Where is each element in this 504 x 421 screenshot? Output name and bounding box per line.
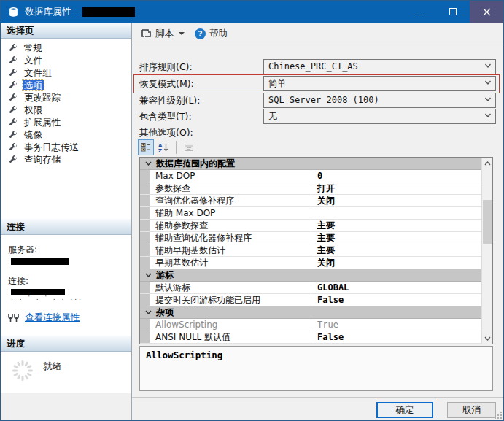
toolbar-separator bbox=[176, 141, 177, 154]
grid-property-row[interactable]: 辅助早期基数估计主要 bbox=[140, 244, 481, 257]
collapse-chevron-icon[interactable] bbox=[140, 158, 156, 169]
sidebar-item-9[interactable]: 查询存储 bbox=[1, 153, 131, 166]
scrollbar-thumb[interactable] bbox=[483, 200, 492, 244]
database-icon bbox=[8, 7, 19, 18]
sidebar-item-6[interactable]: 扩展属性 bbox=[1, 116, 131, 128]
alphabetical-sort-button[interactable]: AZ bbox=[155, 139, 171, 155]
cancel-button[interactable]: 取消 bbox=[447, 402, 496, 418]
window-title: 数据库属性 - bbox=[25, 6, 78, 18]
database-properties-dialog: 数据库属性 - 选择页 常规文件文件组选项更改跟踪权限扩展属性镜像事务日志传送查… bbox=[0, 0, 504, 421]
script-button[interactable]: 脚本 bbox=[138, 26, 192, 42]
grid-property-row[interactable]: 默认游标GLOBAL bbox=[140, 282, 481, 294]
help-label: 帮助 bbox=[209, 28, 228, 40]
grid-property-label: 提交时关闭游标功能已启用 bbox=[150, 294, 311, 306]
property-grid: 数据库范围内的配置Max DOP0参数探查打开查询优化器修补程序关闭辅助 Max… bbox=[139, 157, 493, 344]
view-connection-properties-link[interactable]: 查看连接属性 bbox=[25, 312, 80, 324]
grid-property-row[interactable]: 早期基数估计关闭 bbox=[140, 257, 481, 269]
grid-property-label: ANSI NULL 默认值 bbox=[150, 331, 311, 343]
grid-property-row[interactable]: 提交时关闭游标功能已启用False bbox=[140, 294, 481, 306]
grid-property-value[interactable]: 0 bbox=[311, 170, 481, 182]
redacted-server-name bbox=[11, 258, 69, 265]
grid-property-value[interactable]: 主要 bbox=[311, 220, 481, 231]
grid-property-label: Max DOP bbox=[150, 170, 311, 182]
page-tree: 常规文件文件组选项更改跟踪权限扩展属性镜像事务日志传送查询存储 bbox=[1, 39, 131, 219]
sidebar-item-label: 查询存储 bbox=[23, 154, 62, 165]
property-description-text: AllowScripting bbox=[146, 349, 222, 360]
sidebar-item-label: 文件 bbox=[23, 55, 44, 66]
minimize-icon bbox=[416, 12, 424, 12]
compatibility-level-label: 兼容性级别(L): bbox=[139, 95, 200, 107]
grid-property-label: 早期基数估计 bbox=[150, 257, 311, 269]
grid-property-value[interactable]: 关闭 bbox=[311, 257, 481, 269]
grid-property-row[interactable]: 辅助查询优化器修补程序主要 bbox=[140, 232, 481, 244]
select-page-header: 选择页 bbox=[1, 23, 131, 39]
grid-category-row[interactable]: 杂项 bbox=[140, 306, 481, 319]
title-bar: 数据库属性 - bbox=[1, 1, 503, 23]
collapse-chevron-icon[interactable] bbox=[140, 306, 156, 318]
resize-grip[interactable] bbox=[495, 412, 502, 419]
collapse-chevron-icon[interactable] bbox=[140, 269, 156, 281]
grid-property-label: AllowScripting bbox=[150, 319, 311, 331]
recovery-model-dropdown[interactable]: 简单 bbox=[263, 76, 496, 91]
sidebar-item-8[interactable]: 事务日志传送 bbox=[1, 141, 131, 153]
wrench-icon bbox=[8, 68, 18, 78]
grid-property-value[interactable]: 主要 bbox=[311, 244, 481, 256]
sidebar-item-4[interactable]: 更改跟踪 bbox=[1, 91, 131, 104]
sidebar-item-label: 权限 bbox=[23, 104, 44, 115]
grid-property-row[interactable]: 查询优化器修补程序关闭 bbox=[140, 195, 481, 207]
svg-text:Z: Z bbox=[158, 148, 162, 153]
wrench-icon bbox=[8, 43, 18, 53]
wrench-icon bbox=[8, 117, 18, 128]
grid-property-label: 参数探查 bbox=[150, 182, 311, 194]
containment-type-dropdown[interactable]: 无 bbox=[263, 109, 496, 124]
grid-property-value[interactable]: False bbox=[311, 294, 481, 306]
redacted-database-name bbox=[82, 7, 135, 17]
grid-indent-strip bbox=[140, 319, 150, 331]
sidebar-item-7[interactable]: 镜像 bbox=[1, 128, 131, 141]
sidebar-item-3[interactable]: 选项 bbox=[1, 79, 131, 91]
sidebar-item-2[interactable]: 文件组 bbox=[1, 66, 131, 79]
other-options-label: 其他选项(O): bbox=[139, 127, 193, 139]
containment-type-label: 包含类型(T): bbox=[139, 111, 192, 123]
scroll-up-icon[interactable] bbox=[482, 158, 493, 169]
maximize-button[interactable] bbox=[436, 1, 470, 23]
server-label: 服务器: bbox=[8, 244, 131, 256]
recovery-model-label: 恢复模式(M): bbox=[139, 78, 194, 90]
grid-property-value[interactable]: 打开 bbox=[311, 182, 481, 194]
grid-property-value[interactable]: GLOBAL bbox=[311, 282, 481, 293]
grid-indent-strip bbox=[140, 207, 150, 219]
grid-indent-strip bbox=[140, 220, 150, 231]
minimize-button[interactable] bbox=[403, 1, 436, 23]
compatibility-level-value: SQL Server 2008 (100) bbox=[268, 95, 379, 105]
property-pages-icon bbox=[184, 142, 194, 152]
grid-indent-strip bbox=[140, 182, 150, 194]
grid-property-value[interactable] bbox=[311, 207, 481, 219]
grid-property-row[interactable]: ANSI NULL 默认值False bbox=[140, 331, 481, 344]
grid-scrollbar[interactable] bbox=[481, 158, 492, 344]
sidebar-item-1[interactable]: 文件 bbox=[1, 54, 131, 66]
grid-property-value[interactable]: True bbox=[311, 319, 481, 331]
recovery-model-row: 恢复模式(M): 简单 bbox=[132, 76, 503, 92]
recovery-model-value: 简单 bbox=[268, 78, 286, 88]
ok-button[interactable]: 确定 bbox=[376, 402, 433, 418]
scroll-down-icon[interactable] bbox=[482, 333, 493, 344]
close-icon bbox=[483, 8, 491, 16]
close-button[interactable] bbox=[470, 1, 503, 23]
grid-property-row[interactable]: 辅助参数探查主要 bbox=[140, 220, 481, 232]
sidebar-item-0[interactable]: 常规 bbox=[1, 42, 131, 54]
grid-property-row[interactable]: 参数探查打开 bbox=[140, 182, 481, 195]
grid-property-row[interactable]: 辅助 Max DOP bbox=[140, 207, 481, 220]
main-panel: 脚本 ? 帮助 排序规则(C): Chinese_PRC_CI_AS 恢复模式(… bbox=[132, 23, 503, 420]
compatibility-level-dropdown[interactable]: SQL Server 2008 (100) bbox=[263, 93, 496, 108]
grid-property-row[interactable]: Max DOP0 bbox=[140, 170, 481, 182]
grid-category-row[interactable]: 游标 bbox=[140, 269, 481, 282]
categorized-view-button[interactable] bbox=[138, 139, 154, 155]
sidebar-item-5[interactable]: 权限 bbox=[1, 104, 131, 116]
grid-property-value[interactable]: 关闭 bbox=[311, 195, 481, 206]
grid-property-value[interactable]: 主要 bbox=[311, 232, 481, 244]
grid-category-row[interactable]: 数据库范围内的配置 bbox=[140, 158, 481, 170]
grid-property-value[interactable]: False bbox=[311, 331, 481, 343]
collation-dropdown[interactable]: Chinese_PRC_CI_AS bbox=[263, 59, 496, 74]
help-button[interactable]: ? 帮助 bbox=[192, 26, 230, 42]
grid-property-row[interactable]: AllowScriptingTrue bbox=[140, 319, 481, 331]
